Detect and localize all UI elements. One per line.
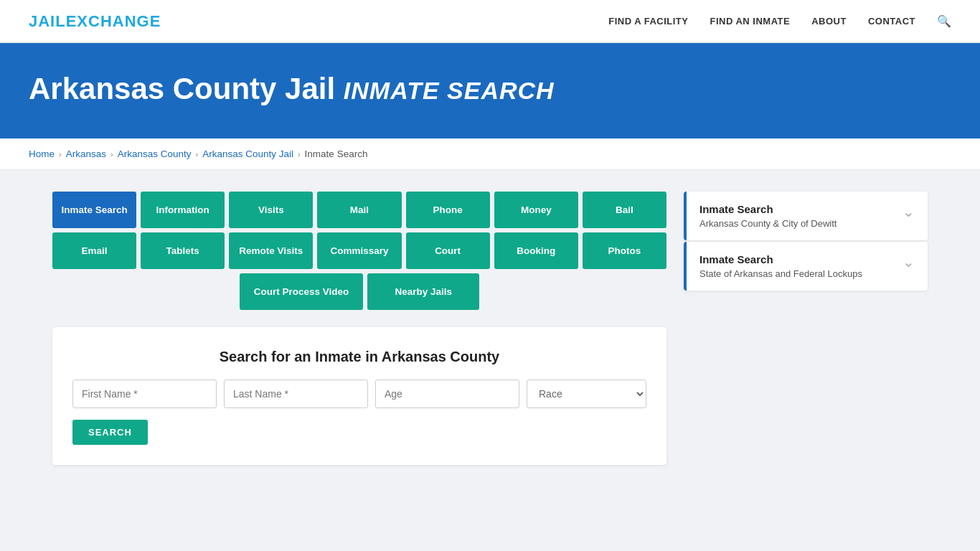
btn-commissary[interactable]: Commissary bbox=[317, 232, 401, 269]
logo[interactable]: JAILEXCHANGE bbox=[29, 12, 161, 31]
logo-jail: JAIL bbox=[29, 12, 66, 30]
sidebar-card-1-title: Inmate Search bbox=[699, 203, 837, 215]
nav-buttons-row2: Email Tablets Remote Visits Commissary C… bbox=[52, 232, 666, 269]
nav-about[interactable]: ABOUT bbox=[811, 16, 847, 27]
nav-find-facility[interactable]: FIND A FACILITY bbox=[608, 16, 688, 27]
main-content: Inmate Search Information Visits Mail Ph… bbox=[52, 192, 666, 465]
breadcrumb-current: Inmate Search bbox=[305, 149, 368, 159]
sidebar-card-text-1: Inmate Search Arkansas County & City of … bbox=[699, 203, 837, 229]
btn-visits[interactable]: Visits bbox=[229, 192, 313, 228]
sidebar-card-text-2: Inmate Search State of Arkansas and Fede… bbox=[699, 253, 862, 279]
btn-photos[interactable]: Photos bbox=[583, 232, 666, 269]
breadcrumb-arkansas-county-jail[interactable]: Arkansas County Jail bbox=[202, 149, 293, 159]
breadcrumb-sep-2: › bbox=[110, 150, 113, 159]
btn-nearby-jails[interactable]: Nearby Jails bbox=[367, 273, 479, 310]
chevron-down-icon-1[interactable]: ⌄ bbox=[903, 203, 915, 220]
breadcrumb-bar: Home › Arkansas › Arkansas County › Arka… bbox=[0, 138, 980, 170]
last-name-input[interactable] bbox=[224, 380, 368, 408]
btn-booking[interactable]: Booking bbox=[494, 232, 578, 269]
breadcrumb-arkansas[interactable]: Arkansas bbox=[66, 149, 106, 159]
btn-court-process-video[interactable]: Court Process Video bbox=[240, 273, 364, 310]
first-name-input[interactable] bbox=[72, 380, 217, 408]
btn-email[interactable]: Email bbox=[52, 232, 136, 269]
sidebar-card-2-subtitle: State of Arkansas and Federal Lockups bbox=[699, 268, 862, 279]
content-wrapper: Inmate Search Information Visits Mail Ph… bbox=[24, 170, 956, 486]
nav-buttons-row3: Court Process Video Nearby Jails bbox=[52, 273, 666, 310]
breadcrumb-arkansas-county[interactable]: Arkansas County bbox=[118, 149, 192, 159]
breadcrumb: Home › Arkansas › Arkansas County › Arka… bbox=[29, 149, 951, 159]
sidebar-card-2: Inmate Search State of Arkansas and Fede… bbox=[684, 242, 928, 291]
btn-phone[interactable]: Phone bbox=[406, 192, 490, 228]
btn-mail[interactable]: Mail bbox=[317, 192, 401, 228]
search-icon[interactable]: 🔍 bbox=[937, 14, 951, 28]
search-button[interactable]: SEARCH bbox=[72, 420, 148, 445]
btn-bail[interactable]: Bail bbox=[583, 192, 666, 228]
nav-links: FIND A FACILITY FIND AN INMATE ABOUT CON… bbox=[608, 14, 951, 28]
btn-inmate-search[interactable]: Inmate Search bbox=[52, 192, 136, 228]
sidebar-card-inner-1: Inmate Search Arkansas County & City of … bbox=[684, 192, 928, 240]
navigation: JAILEXCHANGE FIND A FACILITY FIND AN INM… bbox=[0, 0, 980, 43]
logo-exchange: EXCHANGE bbox=[66, 12, 161, 30]
btn-remote-visits[interactable]: Remote Visits bbox=[229, 232, 313, 269]
search-fields: Race bbox=[72, 380, 646, 408]
btn-court[interactable]: Court bbox=[406, 232, 490, 269]
breadcrumb-sep-4: › bbox=[298, 150, 301, 159]
btn-tablets[interactable]: Tablets bbox=[141, 232, 225, 269]
nav-contact[interactable]: CONTACT bbox=[868, 16, 915, 27]
hero-subtitle: INMATE SEARCH bbox=[344, 77, 555, 104]
btn-money[interactable]: Money bbox=[494, 192, 578, 228]
sidebar-card-2-title: Inmate Search bbox=[699, 253, 862, 265]
btn-information[interactable]: Information bbox=[141, 192, 225, 228]
chevron-down-icon-2[interactable]: ⌄ bbox=[903, 253, 915, 270]
age-input[interactable] bbox=[375, 380, 519, 408]
sidebar-card-inner-2: Inmate Search State of Arkansas and Fede… bbox=[684, 242, 928, 291]
nav-find-inmate[interactable]: FIND AN INMATE bbox=[710, 16, 790, 27]
race-select[interactable]: Race bbox=[527, 380, 646, 408]
breadcrumb-sep-3: › bbox=[195, 150, 198, 159]
page-heading: Arkansas County Jail INMATE SEARCH bbox=[29, 72, 951, 106]
nav-buttons-row1: Inmate Search Information Visits Mail Ph… bbox=[52, 192, 666, 228]
hero-banner: Arkansas County Jail INMATE SEARCH bbox=[0, 43, 980, 138]
sidebar-card-1: Inmate Search Arkansas County & City of … bbox=[684, 192, 928, 240]
search-panel: Search for an Inmate in Arkansas County … bbox=[52, 327, 666, 465]
breadcrumb-home[interactable]: Home bbox=[29, 149, 55, 159]
breadcrumb-sep-1: › bbox=[59, 150, 62, 159]
sidebar-right: Inmate Search Arkansas County & City of … bbox=[684, 192, 928, 292]
sidebar-card-1-subtitle: Arkansas County & City of Dewitt bbox=[699, 218, 837, 229]
search-title: Search for an Inmate in Arkansas County bbox=[72, 349, 646, 365]
hero-title: Arkansas County Jail bbox=[29, 72, 335, 105]
